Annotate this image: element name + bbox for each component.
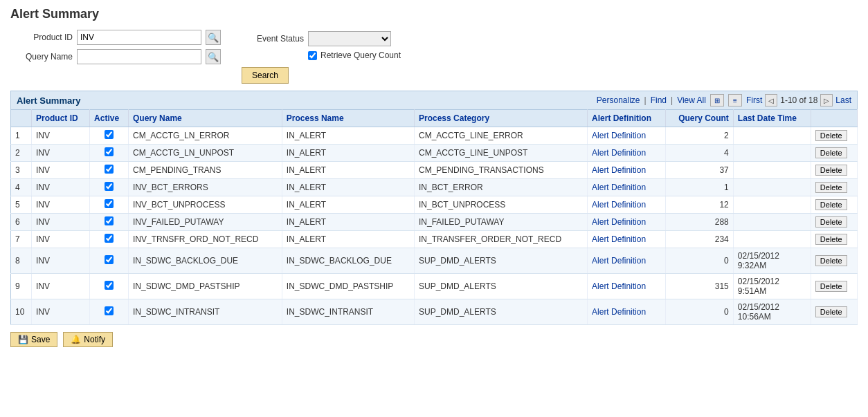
search-button[interactable]: Search — [242, 67, 289, 84]
active-checkbox[interactable] — [105, 255, 114, 264]
cell-delete: Delete — [811, 162, 857, 179]
cell-alert-definition[interactable]: Alert Definition — [588, 214, 666, 231]
retrieve-query-count-checkbox-row: Retrieve Query Count — [308, 50, 401, 60]
alert-definition-link[interactable]: Alert Definition — [592, 148, 646, 158]
cell-query-name: CM_ACCTG_LN_ERROR — [129, 127, 282, 145]
cell-active — [90, 214, 129, 231]
table-head: Product ID Active Query Name Process Nam… — [11, 110, 858, 127]
cell-alert-definition[interactable]: Alert Definition — [588, 127, 666, 145]
cell-query-name: CM_ACCTG_LN_UNPOST — [129, 145, 282, 162]
alert-definition-link[interactable]: Alert Definition — [592, 200, 646, 210]
alert-definition-link[interactable]: Alert Definition — [592, 307, 646, 317]
col-query-name: Query Name — [129, 110, 282, 127]
delete-button[interactable]: Delete — [815, 306, 847, 317]
cell-last-date-time: 02/15/2012 10:56AM — [733, 299, 811, 325]
active-checkbox[interactable] — [105, 182, 114, 191]
active-checkbox[interactable] — [105, 234, 114, 243]
cell-alert-definition[interactable]: Alert Definition — [588, 145, 666, 162]
alert-definition-link[interactable]: Alert Definition — [592, 217, 646, 227]
columns-icon[interactable]: ≡ — [728, 94, 742, 106]
delete-button[interactable]: Delete — [815, 234, 847, 245]
delete-button[interactable]: Delete — [815, 165, 847, 176]
cell-alert-definition[interactable]: Alert Definition — [588, 299, 666, 325]
cell-row-num: 5 — [11, 196, 32, 214]
cell-alert-definition[interactable]: Alert Definition — [588, 231, 666, 248]
cell-row-num: 8 — [11, 248, 32, 274]
cell-alert-definition[interactable]: Alert Definition — [588, 196, 666, 214]
cell-query-count: 0 — [666, 299, 734, 325]
col-product-id: Product ID — [32, 110, 90, 127]
cell-product-id: INV — [32, 162, 90, 179]
notify-button[interactable]: 🔔 Notify — [63, 332, 113, 347]
table-header-bar: Alert Summary Personalize | Find | View … — [10, 91, 858, 109]
cell-delete: Delete — [811, 196, 857, 214]
product-id-label: Product ID — [10, 33, 73, 42]
cell-last-date-time — [733, 231, 811, 248]
query-name-search-icon[interactable]: 🔍 — [206, 49, 221, 64]
save-label: Save — [31, 335, 50, 344]
table-row: 8INVIN_SDWC_BACKLOG_DUEIN_SDWC_BACKLOG_D… — [11, 248, 858, 274]
delete-button[interactable]: Delete — [815, 182, 847, 193]
active-checkbox[interactable] — [105, 281, 114, 290]
cell-row-num: 1 — [11, 127, 32, 145]
cell-active — [90, 162, 129, 179]
alert-definition-link[interactable]: Alert Definition — [592, 183, 646, 192]
next-page-icon[interactable]: ▷ — [820, 94, 833, 106]
cell-alert-definition[interactable]: Alert Definition — [588, 179, 666, 196]
retrieve-query-count-row: Retrieve Query Count — [242, 50, 401, 60]
active-checkbox[interactable] — [105, 199, 114, 208]
retrieve-query-count-checkbox[interactable] — [308, 51, 317, 60]
cell-query-name: IN_SDWC_INTRANSIT — [129, 299, 282, 325]
delete-button[interactable]: Delete — [815, 130, 847, 141]
cell-product-id: INV — [32, 145, 90, 162]
delete-button[interactable]: Delete — [815, 281, 847, 292]
grid-icon[interactable]: ⊞ — [710, 94, 724, 106]
cell-query-name: INV_FAILED_PUTAWAY — [129, 214, 282, 231]
cell-query-count: 1 — [666, 179, 734, 196]
alert-definition-link[interactable]: Alert Definition — [592, 165, 646, 175]
find-link[interactable]: Find — [651, 95, 667, 105]
query-name-input[interactable] — [77, 49, 201, 64]
cell-process-category: CM_ACCTG_LINE_ERROR — [415, 127, 588, 145]
event-status-select[interactable] — [308, 31, 391, 46]
cell-process-category: IN_BCT_ERROR — [415, 179, 588, 196]
view-all-link[interactable]: View All — [677, 95, 706, 105]
cell-active — [90, 248, 129, 274]
cell-active — [90, 145, 129, 162]
delete-button[interactable]: Delete — [815, 199, 847, 210]
cell-product-id: INV — [32, 127, 90, 145]
cell-active — [90, 179, 129, 196]
cell-alert-definition[interactable]: Alert Definition — [588, 162, 666, 179]
product-id-search-icon[interactable]: 🔍 — [206, 30, 221, 45]
active-checkbox[interactable] — [105, 216, 114, 225]
cell-query-count: 12 — [666, 196, 734, 214]
last-link[interactable]: Last — [835, 95, 851, 105]
active-checkbox[interactable] — [105, 165, 114, 174]
delete-button[interactable]: Delete — [815, 255, 847, 266]
delete-button[interactable]: Delete — [815, 216, 847, 228]
cell-process-name: IN_ALERT — [282, 162, 414, 179]
cell-active — [90, 274, 129, 299]
delete-button[interactable]: Delete — [815, 147, 847, 158]
alert-definition-link[interactable]: Alert Definition — [592, 131, 646, 140]
prev-page-icon[interactable]: ◁ — [765, 94, 777, 106]
product-id-input[interactable] — [77, 30, 201, 45]
cell-active — [90, 299, 129, 325]
active-checkbox[interactable] — [105, 306, 114, 315]
personalize-link[interactable]: Personalize — [597, 95, 640, 105]
cell-process-name: IN_ALERT — [282, 145, 414, 162]
page-title: Alert Summary — [10, 7, 858, 21]
cell-delete: Delete — [811, 248, 857, 274]
cell-alert-definition[interactable]: Alert Definition — [588, 274, 666, 299]
save-button[interactable]: 💾 Save — [10, 332, 57, 347]
cell-alert-definition[interactable]: Alert Definition — [588, 248, 666, 274]
active-checkbox[interactable] — [105, 147, 114, 156]
table-row: 2INVCM_ACCTG_LN_UNPOSTIN_ALERTCM_ACCTG_L… — [11, 145, 858, 162]
cell-query-name: INV_TRNSFR_ORD_NOT_RECD — [129, 231, 282, 248]
alert-definition-link[interactable]: Alert Definition — [592, 256, 646, 266]
first-link[interactable]: First — [746, 95, 762, 105]
alert-definition-link[interactable]: Alert Definition — [592, 234, 646, 244]
active-checkbox[interactable] — [105, 130, 114, 139]
cell-last-date-time: 02/15/2012 9:32AM — [733, 248, 811, 274]
alert-definition-link[interactable]: Alert Definition — [592, 281, 646, 291]
